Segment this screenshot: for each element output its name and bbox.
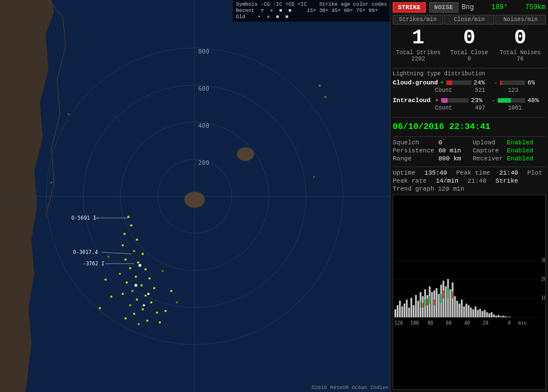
svg-rect-123: [505, 316, 506, 317]
svg-rect-103: [458, 304, 460, 317]
noises-per-min-btn[interactable]: Noises/min: [495, 15, 546, 25]
persistence-label: Persistence: [393, 147, 438, 154]
intracloud-label: Intracloud: [393, 97, 433, 104]
upload-label: Upload: [473, 139, 507, 146]
svg-point-42: [146, 320, 148, 322]
svg-point-47: [110, 296, 112, 298]
svg-rect-116: [489, 313, 490, 317]
svg-point-64: [324, 96, 327, 98]
capture-label: Capture: [473, 147, 507, 154]
svg-rect-104: [461, 300, 462, 317]
strikes-rate-cell: 1 Total Strikes 2202: [393, 26, 444, 64]
strike-button[interactable]: STRIKE: [393, 2, 426, 13]
svg-rect-111: [477, 310, 479, 317]
svg-text:40: 40: [464, 321, 470, 326]
svg-point-66: [51, 182, 53, 184]
svg-point-63: [319, 84, 321, 87]
svg-text:120: 120: [394, 321, 403, 326]
cg-count-row: Count 521 123: [393, 87, 546, 94]
peak-rate-value: 14/min: [436, 177, 458, 184]
control-panel: STRIKE NOISE Bng 189° 759km Strikes/min …: [390, 0, 548, 392]
ic-count-label: Count: [435, 105, 452, 111]
panel-top-bar: STRIKE NOISE Bng 189° 759km: [393, 2, 546, 13]
close-rate-cell: 0 Total Close 0: [444, 26, 494, 64]
svg-point-22: [124, 258, 127, 261]
svg-text:200: 200: [198, 159, 209, 167]
svg-rect-93: [436, 288, 437, 317]
svg-point-56: [143, 304, 145, 306]
svg-text:min: min: [518, 321, 527, 326]
svg-point-36: [150, 301, 152, 304]
total-strikes-count: 2202: [393, 56, 444, 62]
svg-point-26: [119, 273, 121, 275]
svg-text:20: 20: [541, 277, 545, 282]
svg-rect-114: [484, 310, 486, 317]
svg-rect-76: [397, 305, 398, 317]
svg-point-48: [170, 290, 172, 292]
legend-codes-row: Recent ▽ ✕ ■ ■ 15+ 30+ 45+ 60+ 75+ 90+: [236, 7, 387, 14]
uptime-row: Uptime 135:49 Peak time 21:40 Plot: [393, 169, 546, 176]
noises-rate-value: 0: [495, 28, 546, 49]
info-grid: Squelch 0 Upload Enabled Persistence 60 …: [393, 139, 546, 162]
svg-rect-77: [399, 301, 401, 317]
rate-row: Strikes/min Close/min Noises/min: [393, 15, 546, 25]
svg-rect-75: [394, 309, 396, 317]
noise-button[interactable]: NOISE: [429, 2, 458, 13]
ic-minus-count: 1061: [508, 105, 522, 111]
svg-point-16: [130, 224, 132, 227]
svg-rect-82: [410, 298, 412, 317]
svg-rect-85: [417, 301, 419, 317]
svg-point-24: [129, 267, 131, 269]
svg-text:O-5691  I-: O-5691 I-: [71, 215, 99, 221]
svg-point-14: [237, 147, 254, 161]
bng-label: Bng: [462, 3, 474, 11]
receiver-value: Enabled: [507, 155, 546, 162]
svg-text:100: 100: [410, 321, 419, 326]
svg-rect-118: [493, 314, 495, 317]
svg-point-32: [153, 287, 155, 289]
total-noises-label: Total Noises: [495, 50, 546, 56]
trend-label: Trend graph 120 min: [393, 185, 546, 192]
svg-point-29: [126, 281, 128, 284]
svg-point-13: [184, 192, 205, 208]
map-copyright: ©2016 MéteOR Océan Indien: [312, 385, 389, 391]
legend-old-row: Old • ✕ ■ ■: [236, 14, 387, 20]
uptime-label: Uptime: [393, 169, 416, 176]
plot-label: Plot: [527, 169, 542, 176]
svg-rect-102: [456, 301, 458, 317]
svg-point-33: [122, 293, 124, 295]
svg-point-46: [104, 278, 107, 281]
svg-point-52: [162, 270, 164, 272]
svg-point-18: [136, 239, 138, 241]
svg-text:-3762  I: -3762 I: [83, 261, 104, 266]
svg-rect-131: [447, 288, 449, 298]
close-per-min-btn[interactable]: Close/min: [444, 15, 494, 25]
svg-text:30: 30: [541, 258, 545, 263]
svg-point-21: [142, 253, 144, 255]
svg-text:O-3017.4: O-3017.4: [73, 249, 98, 255]
svg-point-17: [123, 233, 126, 235]
cg-minus-icon: -: [494, 79, 498, 86]
svg-point-23: [137, 261, 139, 264]
svg-rect-83: [413, 305, 414, 317]
capture-value: Enabled: [507, 147, 546, 154]
noises-rate-cell: 0 Total Noises 76: [495, 26, 546, 64]
svg-rect-117: [491, 312, 493, 317]
svg-point-30: [140, 284, 143, 286]
svg-rect-100: [452, 282, 453, 317]
peak-time-value: 21:40: [499, 169, 518, 176]
svg-rect-134: [433, 300, 435, 305]
strikes-per-min-btn[interactable]: Strikes/min: [393, 15, 443, 25]
svg-point-34: [144, 294, 147, 297]
svg-rect-78: [401, 306, 403, 317]
cg-plus-icon: +: [440, 79, 444, 86]
cg-plus-pct: 24%: [474, 79, 492, 86]
svg-rect-96: [442, 281, 444, 317]
svg-point-44: [159, 321, 161, 324]
svg-rect-136: [452, 292, 453, 298]
persistence-value: 60 min: [438, 147, 473, 154]
peak-rate-row: Peak rate 14/min 21:40 Strike: [393, 177, 546, 184]
timestamp: 06/10/2016 22:34:41: [393, 122, 546, 132]
svg-point-27: [135, 276, 137, 278]
svg-point-55: [147, 293, 150, 295]
